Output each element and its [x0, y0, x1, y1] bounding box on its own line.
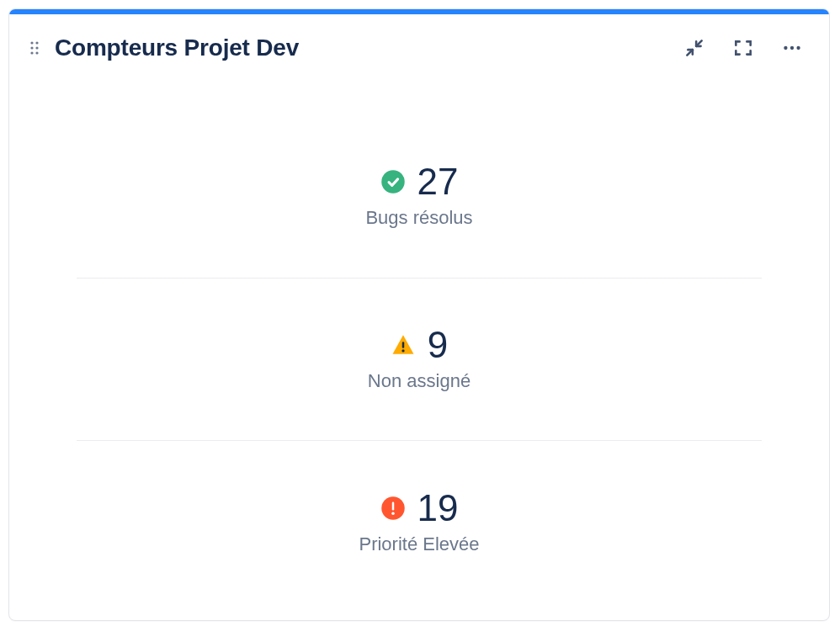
svg-point-8	[796, 46, 800, 50]
counter-label: Bugs résolus	[365, 207, 472, 229]
svg-point-14	[391, 512, 395, 515]
svg-point-4	[30, 51, 33, 54]
error-circle-icon	[380, 496, 406, 521]
check-circle-icon	[380, 169, 406, 194]
svg-point-2	[30, 46, 33, 49]
counter-value: 19	[417, 490, 459, 527]
svg-point-11	[401, 349, 404, 352]
svg-point-5	[35, 51, 38, 54]
svg-point-3	[35, 46, 38, 49]
drag-handle-icon[interactable]	[26, 40, 43, 56]
collapse-icon[interactable]	[681, 34, 708, 61]
counter-row[interactable]: 27 Bugs résolus	[77, 115, 762, 278]
svg-point-7	[790, 46, 794, 50]
svg-rect-10	[402, 342, 405, 348]
widget-title: Compteurs Projet Dev	[55, 34, 299, 61]
counter-label: Non assigné	[368, 370, 471, 392]
widget-body: 27 Bugs résolus 9 Non assigné	[9, 82, 829, 620]
svg-rect-13	[391, 501, 394, 510]
more-icon[interactable]	[779, 34, 805, 61]
svg-point-6	[784, 46, 787, 50]
header-actions	[681, 34, 805, 61]
svg-point-9	[381, 171, 405, 194]
counter-label: Priorité Elevée	[359, 533, 479, 555]
dashboard-widget-card: Compteurs Projet Dev	[8, 8, 830, 621]
counter-value: 27	[417, 163, 459, 200]
svg-point-0	[30, 41, 33, 44]
counter-row[interactable]: 9 Non assigné	[77, 279, 762, 441]
expand-icon[interactable]	[730, 34, 757, 61]
warning-triangle-icon	[391, 332, 416, 358]
svg-point-1	[35, 41, 38, 44]
widget-header: Compteurs Projet Dev	[9, 14, 829, 82]
counter-value: 9	[428, 326, 448, 363]
counter-row[interactable]: 19 Priorité Elevée	[77, 441, 762, 603]
